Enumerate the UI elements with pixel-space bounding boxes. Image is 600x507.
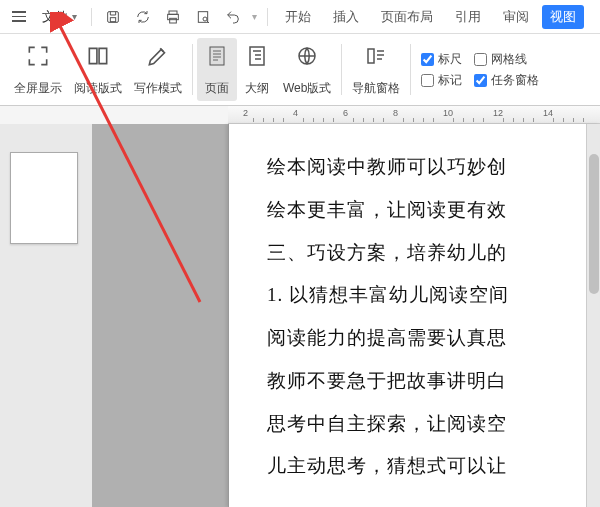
taskpane-checkbox[interactable]: 任务窗格 xyxy=(474,72,539,89)
doc-line: 绘本阅读中教师可以巧妙创 xyxy=(267,146,600,189)
save-icon[interactable] xyxy=(100,5,126,29)
doc-line: 绘本更丰富，让阅读更有效 xyxy=(267,189,600,232)
vertical-scrollbar[interactable] xyxy=(586,124,600,507)
reading-mode-button[interactable]: 阅读版式 xyxy=(68,38,128,101)
doc-line: 阅读能力的提高需要认真思 xyxy=(267,317,600,360)
print-icon[interactable] xyxy=(160,5,186,29)
chevron-down-icon: ▾ xyxy=(72,11,77,22)
view-options-group: 标尺 网格线 标记 任务窗格 xyxy=(415,38,545,101)
nav-pane-label: 导航窗格 xyxy=(352,80,400,97)
svg-rect-1 xyxy=(110,17,115,21)
svg-rect-7 xyxy=(210,47,224,65)
content-area: 绘本阅读中教师可以巧妙创 绘本更丰富，让阅读更有效 三、巧设方案，培养幼儿的 1… xyxy=(0,124,600,507)
top-menu-bar: 文件 ▾ ▾ 开始 插入 页面布局 引用 审阅 视图 xyxy=(0,0,600,34)
web-view-icon xyxy=(293,42,321,70)
reading-mode-icon xyxy=(84,42,112,70)
svg-rect-4 xyxy=(170,18,177,23)
nav-pane-button[interactable]: 导航窗格 xyxy=(346,38,406,101)
divider xyxy=(341,44,342,95)
gridlines-checkbox[interactable]: 网格线 xyxy=(474,51,539,68)
web-view-button[interactable]: Web版式 xyxy=(277,38,337,101)
marks-checkbox[interactable]: 标记 xyxy=(421,72,462,89)
outline-label: 大纲 xyxy=(245,80,269,97)
scrollbar-thumb[interactable] xyxy=(589,154,599,294)
file-menu[interactable]: 文件 ▾ xyxy=(36,4,83,30)
ruler-checkbox[interactable]: 标尺 xyxy=(421,51,462,68)
fullscreen-icon xyxy=(24,42,52,70)
doc-line: 思考中自主探索，让阅读空 xyxy=(267,403,600,446)
outline-button[interactable]: 大纲 xyxy=(237,38,277,101)
thumbnail-pane[interactable] xyxy=(0,124,92,507)
tab-insert[interactable]: 插入 xyxy=(324,4,368,30)
svg-rect-10 xyxy=(368,49,374,63)
tab-reference[interactable]: 引用 xyxy=(446,4,490,30)
refresh-icon[interactable] xyxy=(130,5,156,29)
tab-start[interactable]: 开始 xyxy=(276,4,320,30)
view-ribbon: 全屏显示 阅读版式 写作模式 页面 大纲 Web版式 导航窗格 xyxy=(0,34,600,106)
hamburger-menu[interactable] xyxy=(6,5,32,28)
doc-line: 三、巧设方案，培养幼儿的 xyxy=(267,232,600,275)
page-gap xyxy=(92,124,228,507)
doc-line: 儿主动思考，猜想式可以让 xyxy=(267,445,600,488)
doc-line: 1. 以猜想丰富幼儿阅读空间 xyxy=(267,274,600,317)
fullscreen-button[interactable]: 全屏显示 xyxy=(8,38,68,101)
web-view-label: Web版式 xyxy=(283,80,331,97)
svg-point-6 xyxy=(203,17,207,21)
reading-mode-label: 阅读版式 xyxy=(74,80,122,97)
fullscreen-label: 全屏显示 xyxy=(14,80,62,97)
svg-rect-8 xyxy=(250,47,264,65)
page-view-icon xyxy=(203,42,231,70)
print-preview-icon[interactable] xyxy=(190,5,216,29)
undo-icon[interactable] xyxy=(220,5,246,29)
document-page[interactable]: 绘本阅读中教师可以巧妙创 绘本更丰富，让阅读更有效 三、巧设方案，培养幼儿的 1… xyxy=(228,124,600,507)
divider xyxy=(192,44,193,95)
page-view-label: 页面 xyxy=(205,80,229,97)
writing-mode-icon xyxy=(144,42,172,70)
doc-line: 教师不要急于把故事讲明白 xyxy=(267,360,600,403)
svg-rect-0 xyxy=(108,11,119,22)
horizontal-ruler: 2468101214 xyxy=(228,106,600,124)
divider xyxy=(410,44,411,95)
writing-mode-label: 写作模式 xyxy=(134,80,182,97)
undo-dropdown[interactable]: ▾ xyxy=(250,11,259,22)
writing-mode-button[interactable]: 写作模式 xyxy=(128,38,188,101)
divider xyxy=(91,8,92,26)
page-view-button[interactable]: 页面 xyxy=(197,38,237,101)
tab-review[interactable]: 审阅 xyxy=(494,4,538,30)
divider xyxy=(267,8,268,26)
thumbnail-page[interactable] xyxy=(10,152,78,244)
tab-layout[interactable]: 页面布局 xyxy=(372,4,442,30)
file-menu-label: 文件 xyxy=(42,8,68,26)
tab-view[interactable]: 视图 xyxy=(542,5,584,29)
nav-pane-icon xyxy=(362,42,390,70)
outline-icon xyxy=(243,42,271,70)
